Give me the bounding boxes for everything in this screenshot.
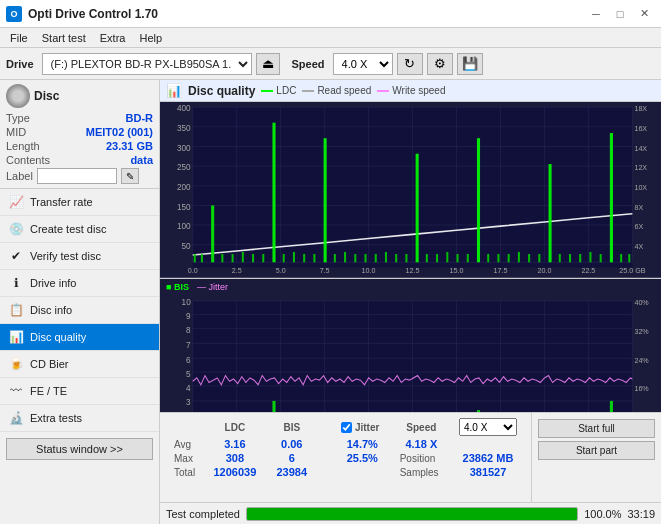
svg-rect-29	[262, 254, 264, 262]
jitter-label: Jitter	[355, 422, 379, 433]
svg-text:50: 50	[182, 242, 192, 251]
nav-icon-cd-bier: 🍺	[8, 356, 24, 372]
nav-item-create-test-disc[interactable]: 💿Create test disc	[0, 216, 159, 243]
nav-icon-verify-test-disc: ✔	[8, 248, 24, 264]
avg-bis: 0.06	[267, 437, 317, 451]
charts-area: 400 350 300 250 200 150 100 50 18X 16X 1…	[160, 102, 661, 412]
svg-rect-60	[579, 254, 581, 262]
svg-rect-158	[610, 401, 613, 412]
refresh-button[interactable]: ↻	[397, 53, 423, 75]
speed-value-select[interactable]: 4.0 X	[459, 418, 517, 436]
speed-label: Speed	[292, 58, 325, 70]
svg-text:350: 350	[177, 124, 191, 133]
nav-label-drive-info: Drive info	[30, 277, 76, 289]
time-text: 33:19	[627, 508, 655, 520]
svg-text:5: 5	[186, 368, 191, 379]
contents-value: data	[130, 154, 153, 166]
nav-item-cd-bier[interactable]: 🍺CD Bier	[0, 351, 159, 378]
disc-icon	[6, 84, 30, 108]
svg-rect-59	[569, 254, 571, 262]
svg-text:14X: 14X	[634, 144, 647, 153]
svg-rect-23	[201, 254, 203, 262]
nav-item-disc-info[interactable]: 📋Disc info	[0, 297, 159, 324]
menu-bar: File Start test Extra Help	[0, 28, 661, 48]
svg-text:8X: 8X	[634, 203, 643, 212]
settings-button[interactable]: ⚙	[427, 53, 453, 75]
right-panel: 📊 Disc quality LDC Read speed Write spee…	[160, 80, 661, 524]
title-bar: O Opti Drive Control 1.70 ─ □ ✕	[0, 0, 661, 28]
maximize-button[interactable]: □	[609, 5, 631, 23]
title-bar-left: O Opti Drive Control 1.70	[6, 6, 158, 22]
label-input[interactable]	[37, 168, 117, 184]
svg-rect-125	[272, 401, 275, 412]
write-speed-legend-label: Write speed	[392, 85, 445, 96]
speed-select[interactable]: 4.0 X	[333, 53, 393, 75]
total-ldc: 1206039	[203, 465, 267, 479]
disc-section-title: Disc	[34, 89, 59, 103]
left-panel: Disc Type BD-R MID MEIT02 (001) Length 2…	[0, 80, 160, 524]
svg-rect-41	[385, 252, 387, 262]
nav-item-fe-te[interactable]: 〰FE / TE	[0, 378, 159, 405]
disc-header: Disc	[6, 84, 153, 108]
disc-length-row: Length 23.31 GB	[6, 140, 153, 152]
svg-text:10X: 10X	[634, 183, 647, 192]
eject-button[interactable]: ⏏	[256, 53, 280, 75]
svg-text:17.5: 17.5	[494, 266, 508, 275]
save-button[interactable]: 💾	[457, 53, 483, 75]
svg-text:12X: 12X	[634, 163, 647, 172]
menu-file[interactable]: File	[4, 31, 34, 45]
jitter-checkbox[interactable]	[341, 422, 352, 433]
menu-help[interactable]: Help	[133, 31, 168, 45]
svg-rect-34	[313, 254, 315, 262]
svg-text:10.0: 10.0	[362, 266, 376, 275]
nav-item-transfer-rate[interactable]: 📈Transfer rate	[0, 189, 159, 216]
svg-rect-53	[508, 254, 510, 262]
svg-rect-55	[528, 254, 530, 262]
menu-extra[interactable]: Extra	[94, 31, 132, 45]
svg-rect-46	[436, 254, 438, 262]
svg-rect-26	[232, 254, 234, 262]
svg-text:20.0: 20.0	[537, 266, 551, 275]
disc-label-row: Label ✎	[6, 168, 153, 184]
stats-table: LDC BIS Jitter Speed	[160, 413, 531, 502]
drive-select[interactable]: (F:) PLEXTOR BD-R PX-LB950SA 1.06	[42, 53, 252, 75]
svg-text:7.5: 7.5	[320, 266, 330, 275]
nav-label-transfer-rate: Transfer rate	[30, 196, 93, 208]
start-full-button[interactable]: Start full	[538, 419, 655, 438]
svg-text:6X: 6X	[634, 222, 643, 231]
bis-chart-label: ■ BIS	[166, 282, 189, 292]
nav-label-cd-bier: CD Bier	[30, 358, 69, 370]
write-speed-color-dot	[377, 90, 389, 92]
nav-item-verify-test-disc[interactable]: ✔Verify test disc	[0, 243, 159, 270]
label-edit-button[interactable]: ✎	[121, 168, 139, 184]
nav-label-disc-quality: Disc quality	[30, 331, 86, 343]
nav-item-drive-info[interactable]: ℹDrive info	[0, 270, 159, 297]
close-button[interactable]: ✕	[633, 5, 655, 23]
position-label: Position	[392, 451, 451, 465]
nav-item-disc-quality[interactable]: 📊Disc quality	[0, 324, 159, 351]
svg-text:16%: 16%	[634, 383, 649, 393]
minimize-button[interactable]: ─	[585, 5, 607, 23]
svg-rect-22	[194, 254, 196, 262]
svg-text:300: 300	[177, 144, 191, 153]
contents-label: Contents	[6, 154, 50, 166]
nav-item-extra-tests[interactable]: 🔬Extra tests	[0, 405, 159, 432]
progress-bar-outer	[246, 507, 578, 521]
svg-text:2.5: 2.5	[232, 266, 242, 275]
action-buttons: Start full Start part	[538, 419, 655, 460]
max-row: Max 308 6 25.5% Position 23862 MB	[166, 451, 525, 465]
start-part-button[interactable]: Start part	[538, 441, 655, 460]
menu-start-test[interactable]: Start test	[36, 31, 92, 45]
total-label: Total	[166, 465, 203, 479]
avg-row: Avg 3.16 0.06 14.7% 4.18 X	[166, 437, 525, 451]
nav-icon-fe-te: 〰	[8, 383, 24, 399]
svg-text:32%: 32%	[634, 327, 649, 337]
svg-rect-51	[487, 254, 489, 262]
length-label: Length	[6, 140, 40, 152]
svg-rect-30	[272, 123, 275, 263]
legend-write-speed: Write speed	[377, 85, 445, 96]
svg-text:5.0: 5.0	[276, 266, 286, 275]
status-window-button[interactable]: Status window >>	[6, 438, 153, 460]
col-ldc: LDC	[203, 417, 267, 437]
svg-rect-25	[221, 254, 223, 262]
